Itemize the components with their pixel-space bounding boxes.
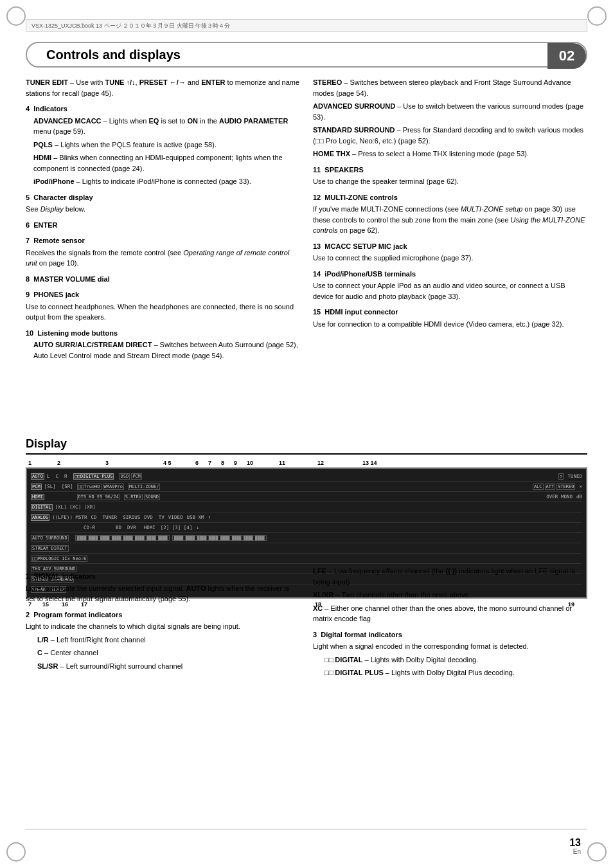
section-15-heading: 15 HDMI input connector	[313, 307, 587, 318]
pqls-text: PQLS – Lights when the PQLS feature is a…	[26, 140, 300, 150]
section-4-heading: 4 Indicators	[26, 104, 300, 114]
corner-decoration-br	[587, 842, 607, 862]
display-row-3: HDMI DTS HD ES 96/24 S.RTRV SOUND OVER M…	[31, 492, 582, 502]
phones-jack-text: Use to connect headphones. When the head…	[26, 302, 300, 323]
program-format-heading: 2 Program format indicators	[26, 610, 300, 620]
left-column: TUNER EDIT – Use with TUNE ↑/↓, PRESET ←…	[26, 77, 300, 363]
display-row-5: ANALOG ((LFE)) MSTR CD TUNER SIRIUS DVD …	[31, 512, 582, 523]
section-5-heading: 5 Character display	[26, 192, 300, 203]
display-row-4: DIGITAL [XL] [XC] [XR]	[31, 502, 582, 512]
section-12-heading: 12 MULTI-ZONE controls	[313, 192, 587, 203]
c-indicator: C – Center channel	[26, 647, 300, 658]
digital-format-text: Light when a signal encoded in the corre…	[313, 641, 587, 652]
hdmi-connector-text: Use for connection to a compatible HDMI …	[313, 319, 587, 330]
display-row-prologic: □□PROLOGIC IIx Neo:6	[31, 554, 582, 564]
signal-indicators-heading: 1 SIGNAL indicators	[26, 571, 300, 582]
section-10-heading: 10 Listening mode buttons	[26, 328, 300, 339]
chapter-number: 02	[547, 43, 586, 69]
display-row-stream: STREAM DIRECT	[31, 543, 582, 554]
right-column: STEREO – Switches between stereo playbac…	[313, 77, 587, 363]
bottom-content: 1 SIGNAL indicators Light to indicate th…	[26, 566, 587, 681]
section-8-heading: 8 MASTER VOLUME dial	[26, 274, 300, 285]
page-lang: En	[573, 848, 581, 855]
section-14-heading: 14 iPod/iPhone/USB terminals	[313, 269, 587, 280]
advanced-surround-text: ADVANCED SURROUND – Use to switch betwee…	[313, 101, 587, 122]
corner-decoration-bl	[6, 842, 26, 862]
digital-plus-indicator: □□ DIGITAL PLUS – Lights with Dolby Digi…	[313, 667, 587, 678]
section-9-heading: 9 PHONES jack	[26, 289, 300, 300]
lfe-text: LFE – Low frequency effects channel (the…	[313, 566, 587, 587]
display-row-1: AUTO L C R □□DIGITAL PLUS DSD PCM ⊃ TUNE…	[31, 471, 582, 482]
program-format-text: Light to indicate the channels to which …	[26, 621, 300, 632]
page-number: 13	[569, 837, 581, 849]
section-7-heading: 7 Remote sensor	[26, 235, 300, 246]
xc-text: XC – Either one channel other than the o…	[313, 603, 587, 624]
slsr-indicator: SL/SR – Left surround/Right surround cha…	[26, 661, 300, 672]
bottom-right: LFE – Low frequency effects channel (the…	[313, 566, 587, 681]
ipod-iphone-text: iPod/iPhone – Lights to indicate iPod/iP…	[26, 176, 300, 187]
signal-indicators-text: Light to indicate the currently selected…	[26, 583, 300, 604]
header-strip-text: VSX-1325_UXJCB.book 13 ページ ２０１０年３月９日 火曜日…	[31, 22, 230, 30]
lr-indicator: L/R – Left front/Right front channel	[26, 635, 300, 646]
display-row-2: PCM [SL] [SR] □□TrueHD WMA9Pro MULTI-ZON…	[31, 482, 582, 492]
main-content: TUNER EDIT – Use with TUNE ↑/↓, PRESET ←…	[26, 77, 587, 363]
header-strip: VSX-1325_UXJCB.book 13 ページ ２０１０年３月９日 火曜日…	[26, 19, 587, 32]
display-row-modes: AUTO SURROUND ████ ████ ████ ████ ████ █…	[31, 533, 582, 543]
title-box: Controls and displays 02	[26, 42, 587, 68]
home-thx-text: HOME THX – Press to select a Home THX li…	[313, 149, 587, 159]
tuner-edit-text: TUNER EDIT – Use with TUNE ↑/↓, PRESET ←…	[26, 77, 300, 98]
corner-decoration-tl	[6, 6, 26, 26]
section-13-heading: 13 MCACC SETUP MIC jack	[313, 241, 587, 252]
digital-format-heading: 3 Digital format indicators	[313, 629, 587, 640]
remote-sensor-text: Receives the signals from the remote con…	[26, 248, 300, 269]
xlxr-text: XL/XR – Two channels other than the ones…	[313, 590, 587, 601]
mcacc-mic-text: Use to connect the supplied microphone (…	[313, 253, 587, 264]
display-title: Display	[26, 437, 587, 455]
page-title: Controls and displays	[46, 48, 181, 62]
standard-surround-text: STANDARD SURROUND – Press for Standard d…	[313, 125, 587, 146]
auto-surr-text: AUTO SURR/ALC/STREAM DIRECT – Switches b…	[26, 339, 300, 361]
stereo-text: STEREO – Switches between stereo playbac…	[313, 77, 587, 98]
hdmi-indicator-text: HDMI – Blinks when connecting an HDMI-eq…	[26, 152, 300, 174]
display-row-6: CD-R BD DVR HDMI [2] [3] [4] ↓	[31, 523, 582, 533]
bottom-left: 1 SIGNAL indicators Light to indicate th…	[26, 566, 300, 681]
speakers-text: Use to change the speaker terminal (page…	[313, 176, 587, 187]
multi-zone-text: If you've made MULTI-ZONE connections (s…	[313, 204, 587, 236]
advanced-mcacc-text: ADVANCED MCACC – Lights when EQ is set t…	[26, 116, 300, 137]
ipod-usb-text: Use to connect your Apple iPod as an aud…	[313, 280, 587, 302]
section-11-heading: 11 SPEAKERS	[313, 165, 587, 176]
diagram-numbers-top: 1 2 3 4 5 6 7 8 9 10 11 12 13 14	[26, 460, 587, 466]
bottom-rule	[26, 829, 587, 829]
section-6-heading: 6 ENTER	[26, 220, 300, 231]
digital-indicator: □□ DIGITAL – Lights with Dolby Digital d…	[313, 655, 587, 665]
corner-decoration-tr	[587, 6, 607, 26]
character-display-text: See Display below.	[26, 204, 300, 215]
